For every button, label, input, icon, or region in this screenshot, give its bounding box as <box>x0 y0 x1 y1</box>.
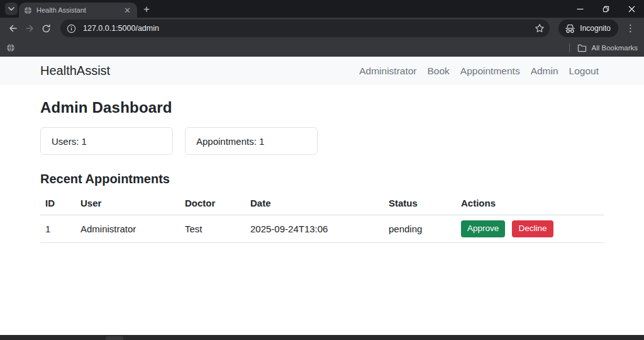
header-user: User <box>75 193 180 215</box>
browser-menu-button[interactable]: ⋮ <box>623 23 638 34</box>
appointments-stat-card: Appointments: 1 <box>185 127 318 155</box>
reload-button[interactable] <box>38 20 54 37</box>
incognito-icon <box>565 24 575 33</box>
taskbar-icon-highlight <box>106 336 123 340</box>
browser-tab[interactable]: Health Assistant ✕ <box>19 3 137 18</box>
close-window-button[interactable] <box>628 6 635 13</box>
page-title: Admin Dashboard <box>40 99 604 116</box>
section-title: Recent Appointments <box>40 172 604 186</box>
cell-doctor: Test <box>180 215 245 243</box>
bookmark-globe-icon[interactable] <box>6 43 15 52</box>
site-navbar: HealthAssist Administrator Book Appointm… <box>0 57 644 85</box>
folder-icon <box>577 44 587 52</box>
header-doctor: Doctor <box>180 193 245 215</box>
table-row: 1 Administrator Test 2025-09-24T13:06 pe… <box>40 215 604 243</box>
minimize-button[interactable] <box>577 6 584 13</box>
nav-link-appointments[interactable]: Appointments <box>460 65 520 77</box>
forward-arrow-icon <box>25 23 35 33</box>
tab-title: Health Assistant <box>36 6 123 14</box>
window-controls <box>577 0 644 18</box>
cell-user: Administrator <box>75 215 180 243</box>
web-page: HealthAssist Administrator Book Appointm… <box>0 57 644 335</box>
cell-status: pending <box>384 215 456 243</box>
forward-button[interactable] <box>21 20 38 37</box>
tab-strip: Health Assistant ✕ + <box>0 0 644 18</box>
nav-link-administrator[interactable]: Administrator <box>359 65 416 77</box>
nav-link-logout[interactable]: Logout <box>569 65 599 77</box>
site-brand[interactable]: HealthAssist <box>40 64 110 78</box>
url-text[interactable]: 127.0.0.1:5000/admin <box>83 24 535 33</box>
restore-button[interactable] <box>602 6 609 13</box>
table-header-row: ID User Doctor Date Status Actions <box>40 193 604 215</box>
header-date: Date <box>245 193 384 215</box>
appointments-table: ID User Doctor Date Status Actions 1 Adm… <box>40 193 604 243</box>
all-bookmarks-button[interactable]: All Bookmarks <box>569 43 638 52</box>
browser-window: Health Assistant ✕ + <box>0 0 644 340</box>
incognito-badge: Incognito <box>558 20 618 37</box>
stats-row: Users: 1 Appointments: 1 <box>40 127 604 155</box>
tab-close-icon[interactable]: ✕ <box>123 6 132 14</box>
bookmarks-separator <box>569 43 570 52</box>
all-bookmarks-label: All Bookmarks <box>592 44 638 52</box>
bookmark-star-icon[interactable] <box>535 23 545 33</box>
cell-id: 1 <box>40 215 75 243</box>
cell-date: 2025-09-24T13:06 <box>245 215 384 243</box>
tab-search-button[interactable] <box>5 3 18 15</box>
nav-link-book[interactable]: Book <box>428 65 450 77</box>
taskbar-edge <box>0 335 644 340</box>
site-info-icon[interactable] <box>64 21 78 35</box>
approve-button[interactable]: Approve <box>461 220 505 237</box>
address-bar[interactable]: 127.0.0.1:5000/admin <box>60 20 550 37</box>
chevron-down-icon <box>8 7 14 11</box>
header-status: Status <box>384 193 456 215</box>
cell-actions: Approve Decline <box>456 215 604 243</box>
back-arrow-icon <box>8 23 18 33</box>
header-id: ID <box>40 193 75 215</box>
page-content: Admin Dashboard Users: 1 Appointments: 1… <box>0 99 644 243</box>
new-tab-button[interactable]: + <box>143 4 150 14</box>
site-nav-links: Administrator Book Appointments Admin Lo… <box>359 65 599 77</box>
decline-button[interactable]: Decline <box>512 220 553 237</box>
users-stat-card: Users: 1 <box>40 127 173 155</box>
reload-icon <box>42 24 51 33</box>
browser-toolbar: 127.0.0.1:5000/admin Incognito ⋮ <box>0 18 644 39</box>
back-button[interactable] <box>5 20 21 37</box>
header-actions: Actions <box>456 193 604 215</box>
globe-favicon-icon <box>24 6 32 14</box>
incognito-label: Incognito <box>580 24 611 33</box>
bookmarks-bar: All Bookmarks <box>0 39 644 57</box>
nav-link-admin[interactable]: Admin <box>531 65 558 77</box>
